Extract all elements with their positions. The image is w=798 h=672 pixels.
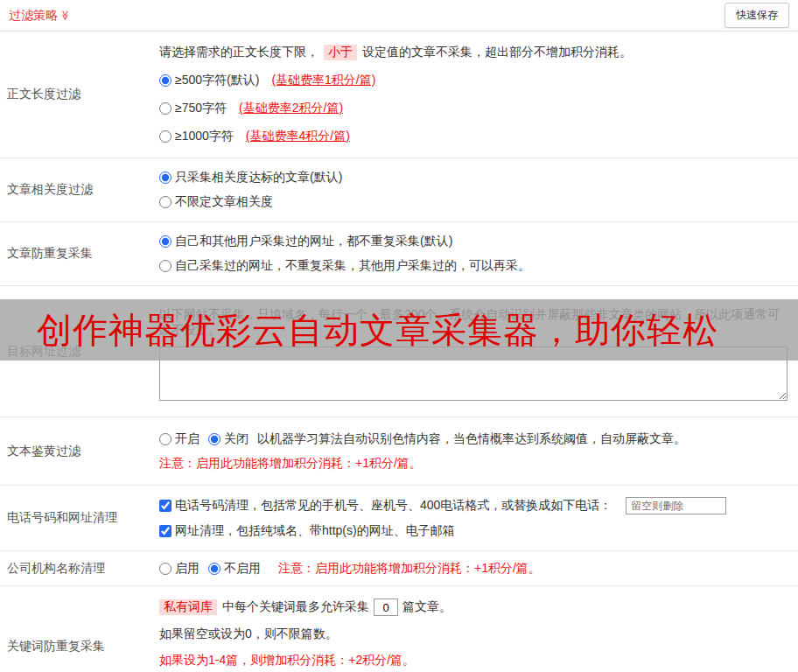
replacement-phone-input[interactable] bbox=[626, 497, 726, 514]
section-label-company-cleanup: 公司机构名称清理 bbox=[0, 551, 156, 585]
relevance-any-label: 不限定文章相关度 bbox=[175, 194, 273, 210]
porn-on-radio[interactable] bbox=[159, 433, 172, 445]
length-500-option[interactable]: ≥500字符(默认) bbox=[159, 73, 259, 88]
keyword-limit-input[interactable] bbox=[374, 598, 398, 616]
porn-off-option[interactable]: 关闭 bbox=[208, 431, 248, 447]
company-off-radio[interactable] bbox=[208, 563, 220, 575]
dedup-self-label: 自己采集过的网址，不重复采集，其他用户采集过的，可以再采。 bbox=[175, 258, 530, 274]
phone-cleanup-label: 电话号码清理，包括常见的手机号、座机号、400电话格式，或替换成如下电话： bbox=[175, 498, 612, 514]
section-phone-cleanup: 电话号码和网址清理 电话号码清理，包括常见的手机号、座机号、400电话格式，或替… bbox=[0, 486, 798, 551]
url-cleanup-checkbox[interactable] bbox=[159, 525, 172, 537]
intro-highlight-text: 小于 bbox=[324, 45, 357, 60]
porn-on-label: 开启 bbox=[175, 431, 200, 447]
section-label-content-length: 正文长度过滤 bbox=[0, 32, 156, 158]
intro-post-text: 设定值的文章不采集，超出部分不增加积分消耗。 bbox=[362, 45, 632, 60]
relevance-any-option[interactable]: 不限定文章相关度 bbox=[159, 194, 273, 210]
keyword-limit-text: 中每个关键词最多允许采集 bbox=[222, 599, 369, 615]
company-on-label: 启用 bbox=[175, 561, 200, 577]
section-keyword-dedup: 关键词防重复采集 私有词库 中每个关键词最多允许采集 篇文章。 如果留空或设为0… bbox=[0, 586, 798, 672]
length-750-fee-note[interactable]: (基础费率2积分/篇) bbox=[239, 101, 343, 116]
relevance-strict-radio[interactable] bbox=[159, 172, 172, 184]
keyword-limit-suffix: 篇文章。 bbox=[402, 599, 452, 615]
blacklist-textarea[interactable] bbox=[159, 346, 788, 401]
intro-pre-text: 请选择需求的正文长度下限， bbox=[159, 45, 318, 60]
section-porn-filter: 文本鉴黄过滤 开启 关闭 以机器学习算法自动识别色情内容，当色情概率达到系统阈值… bbox=[0, 417, 798, 486]
length-1000-radio[interactable] bbox=[159, 130, 172, 143]
blacklist-description: 以下网站不采集，只填域名，每行一个，最多200个。系统会自动识别并屏蔽那些非文章… bbox=[159, 307, 791, 339]
section-label-relevance: 文章相关度过滤 bbox=[0, 158, 156, 221]
length-500-label: ≥500字符(默认) bbox=[175, 73, 259, 88]
length-500-radio[interactable] bbox=[159, 74, 172, 87]
section-dedup: 文章防重复采集 自己和其他用户采集过的网址，都不重复采集(默认) 自己采集过的网… bbox=[0, 222, 798, 286]
section-label-keyword-dedup: 关键词防重复采集 bbox=[0, 586, 156, 672]
porn-off-radio[interactable] bbox=[208, 433, 220, 445]
section-url-blacklist: 目标网址过滤 以下网站不采集，只填域名，每行一个，最多200个。系统会自动识别并… bbox=[0, 286, 798, 417]
section-label-phone-cleanup: 电话号码和网址清理 bbox=[0, 486, 156, 550]
length-1000-option[interactable]: ≥1000字符 bbox=[159, 129, 234, 144]
length-1000-fee-note[interactable]: (基础费率4积分/篇) bbox=[246, 129, 350, 144]
url-cleanup-option[interactable]: 网址清理，包括纯域名、带http(s)的网址、电子邮箱 bbox=[159, 523, 455, 539]
url-cleanup-label: 网址清理，包括纯域名、带http(s)的网址、电子邮箱 bbox=[175, 523, 455, 539]
chevron-double-down-icon: ≫ bbox=[60, 10, 71, 21]
page-title[interactable]: 过滤策略 ≫ bbox=[9, 8, 71, 24]
dedup-global-label: 自己和其他用户采集过的网址，都不重复采集(默认) bbox=[175, 234, 452, 249]
dedup-self-option[interactable]: 自己采集过的网址，不重复采集，其他用户采集过的，可以再采。 bbox=[159, 258, 530, 274]
dedup-global-radio[interactable] bbox=[159, 235, 172, 248]
dedup-self-radio[interactable] bbox=[159, 260, 172, 272]
length-750-label: ≥750字符 bbox=[175, 101, 227, 116]
section-content-length: 正文长度过滤 请选择需求的正文长度下限， 小于 设定值的文章不采集，超出部分不增… bbox=[0, 32, 798, 158]
porn-on-option[interactable]: 开启 bbox=[159, 431, 200, 447]
length-500-fee-note[interactable]: (基础费率1积分/篇) bbox=[271, 73, 375, 88]
phone-cleanup-checkbox[interactable] bbox=[159, 500, 172, 512]
top-toolbar: 过滤策略 ≫ 快速保存 bbox=[0, 0, 798, 32]
relevance-any-radio[interactable] bbox=[159, 196, 172, 208]
company-on-option[interactable]: 启用 bbox=[159, 561, 200, 577]
porn-cost-warning: 注意：启用此功能将增加积分消耗：+1积分/篇。 bbox=[159, 456, 791, 472]
content-length-intro: 请选择需求的正文长度下限， 小于 设定值的文章不采集，超出部分不增加积分消耗。 bbox=[159, 45, 791, 60]
quick-save-button[interactable]: 快速保存 bbox=[724, 3, 789, 28]
porn-off-label: 关闭 bbox=[224, 431, 248, 447]
keyword-note-cost: 如果设为1-4篇，则增加积分消耗：+2积分/篇。 bbox=[159, 653, 791, 668]
length-750-option[interactable]: ≥750字符 bbox=[159, 101, 227, 116]
private-lexicon-highlight: 私有词库 bbox=[159, 599, 217, 615]
company-off-label: 不启用 bbox=[224, 561, 261, 577]
phone-cleanup-option[interactable]: 电话号码清理，包括常见的手机号、座机号、400电话格式，或替换成如下电话： bbox=[159, 498, 612, 514]
length-1000-label: ≥1000字符 bbox=[175, 129, 234, 144]
dedup-global-option[interactable]: 自己和其他用户采集过的网址，都不重复采集(默认) bbox=[159, 234, 452, 249]
keyword-note-zero: 如果留空或设为0，则不限篇数。 bbox=[159, 626, 791, 642]
porn-description: 以机器学习算法自动识别色情内容，当色情概率达到系统阈值，自动屏蔽文章。 bbox=[257, 431, 686, 447]
section-label-url-blacklist: 目标网址过滤 bbox=[0, 286, 156, 416]
relevance-strict-option[interactable]: 只采集相关度达标的文章(默认) bbox=[159, 170, 342, 186]
company-cost-warning: 注意：启用此功能将增加积分消耗：+1积分/篇。 bbox=[278, 561, 541, 577]
section-relevance: 文章相关度过滤 只采集相关度达标的文章(默认) 不限定文章相关度 bbox=[0, 158, 798, 222]
section-label-dedup: 文章防重复采集 bbox=[0, 222, 156, 285]
section-company-cleanup: 公司机构名称清理 启用 不启用 注意：启用此功能将增加积分消耗：+1积分/篇。 bbox=[0, 551, 798, 586]
length-750-radio[interactable] bbox=[159, 102, 172, 115]
company-off-option[interactable]: 不启用 bbox=[208, 561, 261, 577]
relevance-strict-label: 只采集相关度达标的文章(默认) bbox=[175, 170, 342, 186]
page-title-text: 过滤策略 bbox=[9, 8, 58, 24]
section-label-porn-filter: 文本鉴黄过滤 bbox=[0, 417, 156, 485]
company-on-radio[interactable] bbox=[159, 563, 172, 575]
